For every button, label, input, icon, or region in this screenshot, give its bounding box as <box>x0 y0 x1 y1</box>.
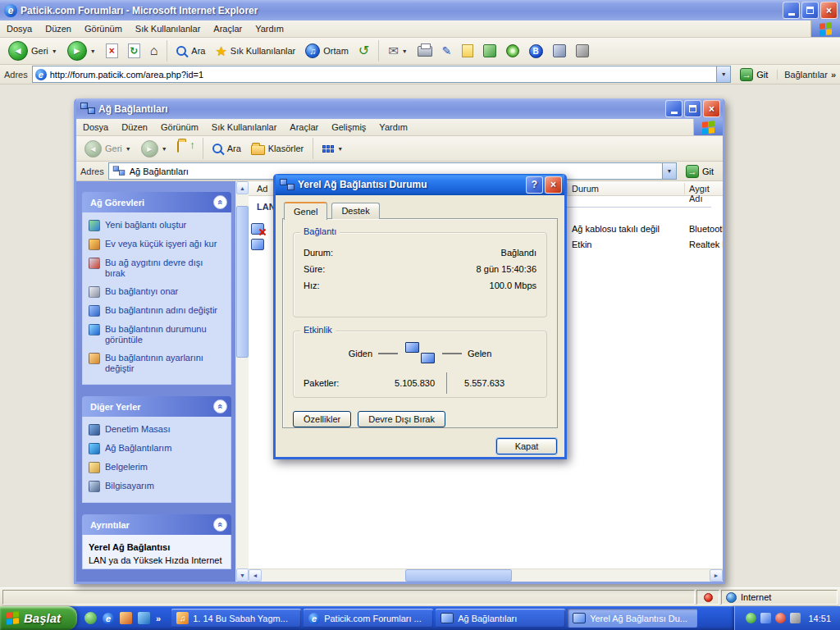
search-button[interactable]: Ara <box>172 44 209 57</box>
taskbar-item-ie[interactable]: e Paticik.com Forumları ... <box>304 609 433 628</box>
collapse-button[interactable]: « <box>213 518 227 532</box>
network-tasks-header[interactable]: Ağ Görevleri « <box>82 192 231 212</box>
menu-yardim[interactable]: Yardım <box>249 21 290 37</box>
details-header[interactable]: Ayrıntılar « <box>82 514 231 535</box>
horizontal-scroll-thumb[interactable] <box>405 569 512 582</box>
tray-icon-4[interactable] <box>790 613 801 623</box>
disable-button[interactable]: Devre Dışı Bırak <box>358 411 445 427</box>
quick-launch-ie-icon[interactable]: e <box>103 613 114 624</box>
back-button[interactable]: ◄ Geri ▼ <box>4 39 62 62</box>
task-change-settings[interactable]: Bu bağlantının ayarlarını değiştir <box>89 353 225 374</box>
horizontal-scrollbar[interactable]: ◄ ► <box>249 568 723 582</box>
place-my-documents[interactable]: Belgelerim <box>89 462 225 473</box>
menu-araclar[interactable]: Araçlar <box>207 21 249 37</box>
stop-button[interactable]: × <box>102 42 122 60</box>
quick-launch-icon-1[interactable] <box>84 612 97 624</box>
properties-button[interactable]: Özellikler <box>293 411 351 427</box>
green-flower-button[interactable] <box>502 43 523 59</box>
place-my-computer[interactable]: Bilgisayarım <box>89 481 225 492</box>
tools-button[interactable] <box>572 43 593 59</box>
vertical-scroll-thumb[interactable] <box>236 206 249 358</box>
scroll-left-button[interactable]: ◄ <box>249 569 262 582</box>
minimize-button[interactable] <box>783 2 800 19</box>
forward-dropdown-icon[interactable]: ▼ <box>162 146 167 152</box>
column-separator[interactable] <box>567 183 568 194</box>
column-header-device[interactable]: Aygıt Adı <box>689 184 723 203</box>
place-my-network[interactable]: Ağ Bağlantılarım <box>89 443 225 454</box>
address-dropdown-button[interactable]: ▼ <box>662 163 676 179</box>
menu-yardim[interactable]: Yardım <box>372 119 414 135</box>
horizontal-scroll-track[interactable] <box>262 569 710 582</box>
back-button[interactable]: ◄ Geri ▼ <box>80 139 135 159</box>
close-dialog-button[interactable]: Kapat <box>496 438 557 454</box>
minimize-button[interactable] <box>665 100 682 117</box>
quick-launch-icon-3[interactable] <box>120 612 132 624</box>
ie-titlebar[interactable]: e Paticik.com Forumları - Microsoft Inte… <box>0 0 840 21</box>
views-button[interactable]: ▼ <box>318 144 347 154</box>
print-button[interactable] <box>413 44 436 58</box>
history-button[interactable]: ↺ <box>354 43 373 59</box>
menu-dosya[interactable]: Dosya <box>0 21 39 37</box>
mail-button[interactable]: ✉ ▼ <box>384 42 412 60</box>
taskbar-item-network-connections[interactable]: Ağ Bağlantıları <box>436 609 565 628</box>
collapse-button[interactable]: « <box>213 399 227 413</box>
menu-gorunum[interactable]: Görünüm <box>78 21 129 37</box>
scroll-right-button[interactable]: ► <box>710 569 723 582</box>
menu-duzen[interactable]: Düzen <box>39 21 78 37</box>
folders-button[interactable]: Klasörler <box>247 141 308 157</box>
dialog-titlebar[interactable]: Yerel Ağ Bağlantısı Durumu ? × <box>276 174 564 195</box>
quick-launch-overflow-icon[interactable]: » <box>156 614 161 623</box>
menu-dosya[interactable]: Dosya <box>76 119 115 135</box>
menu-duzen[interactable]: Düzen <box>115 119 154 135</box>
taskbar-item-music[interactable]: ♫ 1. 14 Bu Sabah Yagm... <box>171 609 301 628</box>
search-button[interactable]: Ara <box>208 142 245 155</box>
close-button[interactable]: × <box>545 176 562 194</box>
scroll-up-button[interactable]: ▲ <box>236 181 249 194</box>
links-overflow-icon[interactable]: » <box>831 70 836 80</box>
go-button[interactable]: → Git <box>681 163 719 180</box>
start-button[interactable]: Başlat <box>0 606 77 630</box>
mail-dropdown-icon[interactable]: ▼ <box>402 48 408 54</box>
home-button[interactable]: ⌂ <box>146 43 162 59</box>
task-setup-home-network[interactable]: Ev veya küçük işyeri ağı kur <box>89 239 225 250</box>
menu-gorunum[interactable]: Görünüm <box>154 119 205 135</box>
task-new-connection[interactable]: Yeni bağlantı oluştur <box>89 220 225 231</box>
task-view-status[interactable]: Bu bağlantının durumunu görüntüle <box>89 324 225 345</box>
task-rename-connection[interactable]: Bu bağlantının adını değiştir <box>89 305 225 317</box>
vertical-scrollbar[interactable]: ▲ ▼ <box>235 181 249 582</box>
tray-network-icon[interactable] <box>760 613 771 623</box>
task-disable-device[interactable]: Bu ağ aygıtını devre dışı bırak <box>89 258 225 279</box>
favorites-button[interactable]: ★ Sık Kullanılanlar <box>211 42 299 61</box>
menu-araclar[interactable]: Araçlar <box>283 119 325 135</box>
forward-dropdown-icon[interactable]: ▼ <box>90 48 96 54</box>
back-dropdown-icon[interactable]: ▼ <box>52 48 57 54</box>
close-button[interactable]: × <box>703 100 720 117</box>
refresh-button[interactable]: ↻ <box>124 42 144 60</box>
go-button[interactable]: → Git <box>735 66 773 83</box>
links-bar[interactable]: Bağlantılar » <box>777 70 836 80</box>
taskbar-item-connection-status[interactable]: Yerel Ağ Bağlantısı Du... <box>568 609 697 628</box>
column-header-status[interactable]: Durum <box>572 184 599 194</box>
column-header-name[interactable]: Ad <box>257 184 267 194</box>
quick-launch-icon-4[interactable] <box>138 612 150 624</box>
green-grid-button[interactable] <box>479 43 500 59</box>
messenger-button[interactable] <box>549 43 570 59</box>
edit-button[interactable]: ✎ <box>438 43 456 59</box>
menu-gelismis[interactable]: Gelişmiş <box>325 119 372 135</box>
help-button[interactable]: ? <box>526 176 543 194</box>
place-control-panel[interactable]: Denetim Masası <box>89 424 225 436</box>
menu-sik-kullanilanlar[interactable]: Sık Kullanılanlar <box>205 119 284 135</box>
back-dropdown-icon[interactable]: ▼ <box>126 146 131 152</box>
forward-button[interactable]: ► ▼ <box>63 39 100 62</box>
tab-destek[interactable]: Destek <box>331 203 379 219</box>
address-input[interactable]: e http://forum.paticik.com/area.php?id=1… <box>32 66 731 83</box>
maximize-button[interactable] <box>684 100 701 117</box>
task-repair-connection[interactable]: Bu bağlantıyı onar <box>89 286 225 298</box>
tray-icon-3[interactable] <box>775 613 786 623</box>
collapse-button[interactable]: « <box>213 195 227 209</box>
address-dropdown-button[interactable]: ▼ <box>716 66 730 82</box>
bluetooth-button[interactable]: B <box>525 43 547 60</box>
up-button[interactable]: ↑ <box>173 140 198 158</box>
close-button[interactable]: × <box>820 2 838 19</box>
other-places-header[interactable]: Diğer Yerler « <box>82 396 231 417</box>
